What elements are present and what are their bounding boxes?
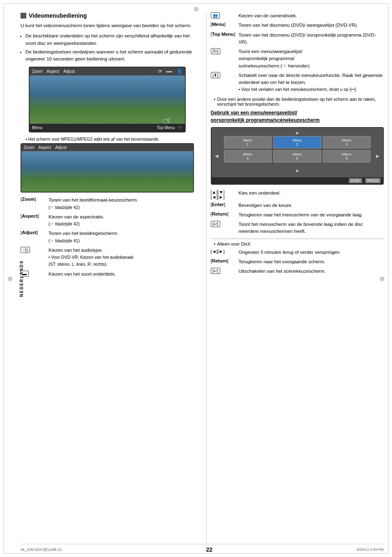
menu-cell-4[interactable]: Menu4 <box>224 150 272 162</box>
section-title-text: Videomenubediening <box>29 12 87 19</box>
def-key-enter: [Enter] <box>211 202 235 207</box>
definitions-right-top: 👥 Kiezen van de camerahoek. [Menu] Tonen… <box>211 12 384 93</box>
def-key-return: [Return] <box>211 211 235 216</box>
section2-title: Gebruik van een menu/weergavelijst/oorsp… <box>211 109 384 124</box>
bullet-list: De beschikbare onderdelen op het scherm … <box>25 32 194 63</box>
nav-bottom-icon: ▼ <box>295 168 300 174</box>
divx-note: Alleen voor DivX <box>214 241 384 246</box>
menu-cell-2[interactable]: Menu2 <box>273 136 321 149</box>
def-row-enter: [Enter] Bevestigen van de keuze. <box>211 202 384 209</box>
def-row-return2: [Return] Terugkeren naar het voorgaande … <box>211 258 384 265</box>
def-row-aspect: [Aspect] Kiezen van de aspectratio. (☞ b… <box>21 214 194 228</box>
toolbar-zoom-1: Zoom <box>32 69 43 74</box>
menu-note: Door een andere positie dan de bediening… <box>214 97 384 107</box>
menu-cell-5[interactable]: Menu5 <box>273 150 321 162</box>
def-val-aspect: Kiezen van de aspectratio. (☞ bladzijde … <box>48 214 194 228</box>
left-compass-icon: ⊕ <box>7 275 13 283</box>
bullet-item: De beschikbare onderdelen op het scherm … <box>25 32 194 47</box>
toolbar-zoom-2: Zoom <box>24 145 35 150</box>
def-val-down-arrow: Schakelt over naar de directe menukeuzef… <box>239 72 384 93</box>
menu-cell-3[interactable]: Menu3 <box>323 136 371 149</box>
mpeg-note: • Het scherm voor MPEG1/MPEG2 wijkt iets… <box>25 137 194 142</box>
topmenu-label: Top Menu <box>157 125 175 130</box>
section-title-icon <box>21 13 26 19</box>
footer-filename: NL_KW-NSX1[E].indb 22 <box>21 548 62 552</box>
right-column: 👥 Kiezen van de camerahoek. [Menu] Tonen… <box>206 12 384 545</box>
section-divider <box>211 239 384 239</box>
def-row-menu: [Menu] Tonen van het discmenu (DVD)/ wee… <box>211 22 384 29</box>
screen-toolbar-2: Zoom Aspect Adjust <box>21 144 193 151</box>
def-key-menu: [Menu] <box>211 22 235 27</box>
def-key-topmenu: [Top Menu] <box>211 32 235 37</box>
def-val-exit-icon: Uitschakelen van het scènekeuzescherm. <box>239 268 384 275</box>
definitions-right-2: [▲][▼][◄][►] Kies een onderdeel. [Enter]… <box>211 190 384 235</box>
definitions-right-3: [◄][►] Ongeveer 5 minuten terug of verde… <box>211 249 384 275</box>
menu-cell-1[interactable]: Menu1 <box>224 136 272 149</box>
toolbar-adjust-2: Adjust <box>55 145 67 150</box>
def-key-down-arrow: [⬇] <box>211 72 235 78</box>
return-button[interactable]: Return <box>365 178 380 183</box>
def-row-circle-arrow: [↻] Toont een menu/weergavelijst/oorspro… <box>211 48 384 70</box>
content-area: Videomenubediening U kunt het videomenus… <box>21 12 384 545</box>
def-val-odd: Kiezen van het audiotype. • Voor DVD-VR:… <box>48 247 194 268</box>
def-key-odd: ○)) <box>21 247 45 253</box>
def-key-camera: 👥 <box>211 12 235 19</box>
def-row-exit-icon: [↩] Uitschakelen van het scènekeuzescher… <box>211 268 384 275</box>
nav-left-icon: ◄ <box>214 153 220 159</box>
def-row-subtitle: ▬ Kiezen van het soort ondertitels. <box>21 271 194 278</box>
def-val-circle-arrow: Toont een menu/weergavelijst/oorspronkel… <box>239 48 384 70</box>
def-key-exit-icon: [↩] <box>211 268 235 274</box>
menu-bottom-bar: Enter Return <box>212 177 383 184</box>
def-val-return: Terugkeren naar het menuscherm van de vo… <box>239 211 384 218</box>
def-key-skip: [◄][►] <box>211 249 235 254</box>
def-val-skip: Ongeveer 5 minuten terug of verder versp… <box>239 249 384 256</box>
def-val-arrows: Kies een onderdeel. <box>239 190 384 197</box>
screen-toolbar-1: Zoom Aspect Adjust ⟳ ▪▪▪▪ 👤 <box>30 67 185 75</box>
def-row-arrows: [▲][▼][◄][►] Kies een onderdeel. <box>211 190 384 200</box>
screen-mockup-2: Zoom Aspect Adjust <box>21 143 194 193</box>
def-val-adjust: Tonen van het beeldregelscherm. (☞ bladz… <box>48 230 194 244</box>
toolbar-adjust-1: Adjust <box>63 69 75 74</box>
def-key-return2: [Return] <box>211 258 235 263</box>
def-val-return2: Terugkeren naar het voorgaande scherm. <box>239 258 384 265</box>
circle-arrow-icon: [↻] <box>211 48 221 54</box>
menu-cell-6[interactable]: Menu6 <box>323 150 371 162</box>
section-title: Videomenubediening <box>21 12 194 19</box>
exit-icon: [↩] <box>211 268 221 274</box>
toolbar-icon-cam: 👤 <box>177 69 182 74</box>
nav-top-icon: ▲ <box>295 130 300 135</box>
menu-screen-mockup: ▲ ◄ ► Menu1 Menu2 Menu3 Menu4 Menu5 Menu… <box>211 127 384 185</box>
nav-right-icon: ► <box>375 153 380 159</box>
screen-mockup-1: Zoom Aspect Adjust ⟳ ▪▪▪▪ 👤 ☞ Menu Top M… <box>29 67 186 132</box>
intro-text: U kunt het videomenuscherm tonen tijdens… <box>21 22 194 29</box>
def-row-skip: [◄][►] Ongeveer 5 minuten terug of verde… <box>211 249 384 256</box>
def-row-back-icon: [↩] Toont het menuscherm van de bovenste… <box>211 221 384 235</box>
toolbar-icon-dots: ▪▪▪▪ <box>166 69 173 74</box>
bottom-hand-icon: ☞ <box>178 125 182 130</box>
odd-icon: ○)) <box>21 247 30 253</box>
def-val-menu: Tonen van het discmenu (DVD)/ weergaveli… <box>239 22 384 29</box>
camera-icon: 👥 <box>211 12 220 19</box>
screen-bottom-bar-1: Menu Top Menu ☞ <box>30 124 185 132</box>
def-row-return: [Return] Terugkeren naar het menuscherm … <box>211 211 384 218</box>
def-row-topmenu: [Top Menu] Tonen van het discmenu (DVD)/… <box>211 32 384 46</box>
bullet-item: De bedieningstoetsen verdwijnen wanneer … <box>25 49 194 63</box>
definitions-left: [Zoom] Tonen van het beeldformaat-keuzes… <box>21 197 194 278</box>
def-row-odd: ○)) Kiezen van het audiotype. • Voor DVD… <box>21 247 194 268</box>
page-footer: NL_KW-NSX1[E].indb 22 22 4/26/12 2:09 PM <box>21 544 384 553</box>
subtitle-icon: ▬ <box>21 271 29 277</box>
def-row-down-arrow: [⬇] Schakelt over naar de directe menuke… <box>211 72 384 93</box>
enter-button[interactable]: Enter <box>349 178 362 183</box>
toolbar-icon-loop: ⟳ <box>158 69 162 74</box>
def-key-aspect: [Aspect] <box>21 214 45 218</box>
toolbar-aspect-2: Aspect <box>39 145 51 150</box>
def-val-enter: Bevestigen van de keuze. <box>239 202 384 209</box>
def-row-camera: 👥 Kiezen van de camerahoek. <box>211 12 384 19</box>
def-key-arrows: [▲][▼][◄][►] <box>211 190 235 200</box>
screen-landscape-2 <box>21 151 193 192</box>
footer-timestamp: 4/26/12 2:09 PM <box>357 548 384 552</box>
def-row-zoom: [Zoom] Tonen van het beeldformaat-keuzes… <box>21 197 194 211</box>
toolbar-aspect-1: Aspect <box>47 69 60 74</box>
left-column: Videomenubediening U kunt het videomenus… <box>21 12 198 545</box>
def-key-back-icon: [↩] <box>211 221 235 227</box>
